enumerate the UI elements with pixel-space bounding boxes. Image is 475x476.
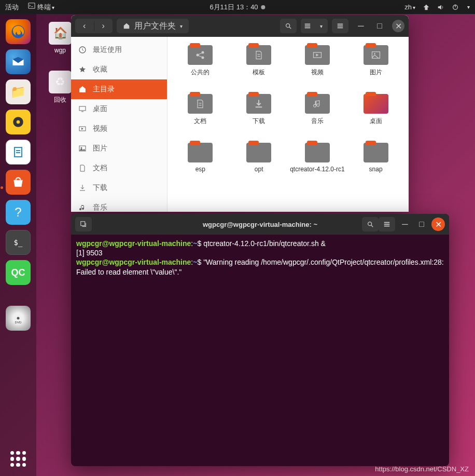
svg-rect-21 (79, 106, 86, 111)
svg-rect-0 (29, 3, 35, 9)
power-icon[interactable] (452, 4, 459, 11)
folder-icon (188, 143, 213, 162)
svg-rect-18 (338, 25, 343, 26)
new-tab-icon (80, 221, 87, 228)
folder-label: 公共的 (173, 68, 228, 77)
sidebar-item-desktop[interactable]: 桌面 (71, 99, 167, 119)
sidebar-item-recent[interactable]: 最近使用 (71, 40, 167, 60)
svg-rect-42 (384, 224, 390, 225)
folder-模板[interactable]: 模板 (231, 45, 287, 91)
notification-dot-icon (261, 5, 266, 9)
maximize-button[interactable]: □ (373, 20, 386, 32)
dock-rhythmbox[interactable] (6, 110, 31, 134)
folder-icon (305, 94, 330, 114)
view-dropdown[interactable]: ▾ (314, 23, 328, 29)
current-app[interactable]: 终端▾ (28, 2, 54, 12)
folder-esp[interactable]: esp (173, 143, 228, 188)
home-folder-icon: 🏠 (49, 22, 72, 45)
search-icon (367, 221, 374, 228)
folder-label: qtcreator-4.12.0-rc1 (290, 166, 345, 173)
folder-label: snap (348, 166, 403, 173)
svg-rect-8 (16, 152, 20, 153)
svg-rect-34 (372, 52, 380, 59)
close-button[interactable]: ✕ (392, 20, 404, 32)
files-titlebar: ‹ › 用户文件夹 ▾ ▾ ─ □ ✕ (71, 15, 409, 37)
clock[interactable]: 6月11日 13：40 (209, 3, 265, 12)
new-tab-button[interactable] (75, 217, 92, 232)
svg-line-40 (371, 225, 373, 227)
volume-icon[interactable] (437, 4, 444, 11)
svg-rect-17 (338, 24, 343, 25)
nav-back-forward[interactable]: ‹ › (75, 19, 113, 33)
terminal-minimize[interactable]: ─ (398, 217, 412, 231)
dock: 📁 ? $_ QC DVD (0, 14, 36, 476)
folder-音乐[interactable]: 音乐 (290, 94, 345, 140)
dock-files[interactable]: 📁 (6, 79, 31, 104)
folder-qtcreator-4.12.0-rc1[interactable]: qtcreator-4.12.0-rc1 (290, 143, 345, 188)
forward-button[interactable]: › (94, 21, 113, 31)
system-menu-arrow[interactable]: ▾ (467, 4, 470, 10)
hamburger-menu[interactable] (332, 19, 348, 33)
search-icon (285, 22, 292, 30)
sidebar-item-documents[interactable]: 文档 (71, 158, 167, 178)
svg-point-5 (17, 120, 20, 124)
minimize-button[interactable]: ─ (355, 20, 367, 32)
sidebar-item-music[interactable]: 音乐 (71, 198, 167, 212)
search-button[interactable] (280, 19, 297, 33)
show-applications-button[interactable] (10, 451, 26, 467)
folder-下载[interactable]: 下载 (231, 94, 287, 140)
folder-icon (246, 143, 271, 162)
dock-terminal[interactable]: $_ (6, 230, 31, 255)
dock-help[interactable]: ? (6, 200, 31, 225)
folder-icon (305, 45, 330, 65)
folder-opt[interactable]: opt (231, 143, 287, 188)
dock-software[interactable] (6, 170, 31, 195)
folder-icon (364, 94, 388, 114)
svg-rect-43 (384, 226, 390, 227)
sidebar-item-downloads[interactable]: 下载 (71, 178, 167, 198)
dock-libreoffice[interactable] (6, 140, 31, 165)
folder-label: 音乐 (290, 117, 345, 126)
view-switcher[interactable]: ▾ (301, 19, 328, 33)
sidebar-item-pictures[interactable]: 图片 (71, 139, 167, 158)
svg-rect-41 (384, 222, 390, 223)
terminal-titlebar: wgpcgr@wgpcgr-virtual-machine: ~ ─ □ ✕ (71, 214, 449, 235)
folder-label: opt (231, 166, 287, 173)
sidebar-item-videos[interactable]: 视频 (71, 119, 167, 139)
sidebar-item-starred[interactable]: 收藏 (71, 60, 167, 79)
files-sidebar: 最近使用 收藏 主目录 桌面 视频 图片 文档 下载 音乐 (71, 37, 167, 212)
terminal-search-button[interactable] (362, 217, 379, 232)
terminal-maximize[interactable]: □ (415, 217, 428, 231)
dock-qtcreator[interactable]: QC (6, 260, 31, 285)
folder-公共的[interactable]: 公共的 (173, 45, 228, 91)
folder-视频[interactable]: 视频 (290, 45, 345, 91)
svg-point-35 (374, 53, 375, 55)
folder-桌面[interactable]: 桌面 (348, 94, 403, 140)
folder-snap[interactable]: snap (348, 143, 403, 188)
svg-rect-7 (16, 150, 20, 151)
activities-button[interactable]: 活动 (5, 3, 19, 12)
svg-rect-19 (338, 28, 343, 29)
dock-dvd[interactable]: DVD (6, 306, 31, 331)
sidebar-item-home[interactable]: 主目录 (71, 79, 167, 99)
dock-thunderbird[interactable] (6, 49, 31, 74)
path-bar[interactable]: 用户文件夹 ▾ (117, 19, 189, 33)
svg-line-13 (289, 27, 291, 29)
folder-grid: 公共的模板视频图片文档下载音乐桌面espoptqtcreator-4.12.0-… (167, 37, 409, 212)
trash-icon: ♻ (49, 71, 72, 93)
svg-point-39 (368, 222, 372, 226)
folder-icon (188, 94, 213, 114)
dock-firefox[interactable] (6, 19, 31, 44)
folder-图片[interactable]: 图片 (348, 45, 403, 91)
terminal-menu-button[interactable] (379, 217, 395, 232)
terminal-close[interactable]: ✕ (431, 217, 445, 231)
back-button[interactable]: ‹ (75, 21, 94, 31)
terminal-content[interactable]: wgpcgr@wgpcgr-virtual-machine:~$ qtcreat… (71, 235, 449, 281)
folder-icon (188, 45, 213, 65)
folder-文档[interactable]: 文档 (173, 94, 228, 140)
chevron-down-icon: ▾ (180, 23, 183, 29)
network-icon[interactable] (423, 4, 430, 11)
input-language[interactable]: zh▾ (404, 3, 415, 11)
list-view-icon[interactable] (301, 22, 314, 30)
hamburger-icon (337, 22, 344, 30)
